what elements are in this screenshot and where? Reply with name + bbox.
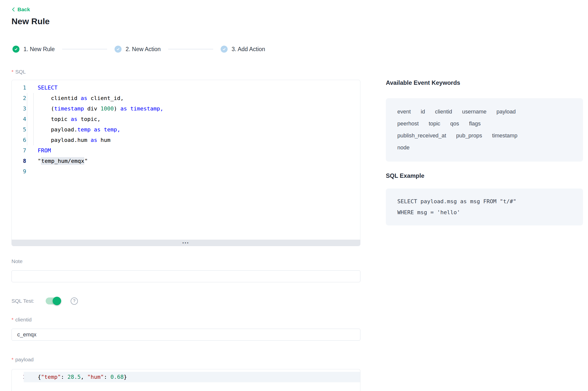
- editor-line: 6 payload.hum as hum: [12, 135, 360, 145]
- code-token: 0.68: [110, 374, 124, 380]
- sql-example-line: SELECT payload.msg as msg FROM "t/#": [397, 196, 572, 207]
- event-keyword: username: [462, 106, 486, 118]
- code-token: 28.5: [67, 374, 81, 380]
- code-token: temp: [77, 126, 91, 133]
- sql-field-label: *SQL: [11, 69, 26, 75]
- keywords-panel-title: Available Event Keywords: [386, 79, 460, 86]
- line-number: 2: [12, 93, 26, 103]
- editor-line: 2 clientid as client_id,: [12, 93, 360, 103]
- code-token: ": [38, 158, 41, 164]
- code-token: timestamp,: [130, 105, 163, 112]
- payload-code-editor[interactable]: 1{"temp": 28.5, "hum": 0.68}: [11, 369, 360, 391]
- code-token: SELECT: [38, 85, 57, 91]
- keyword-row: eventidclientidusernamepayload: [397, 106, 572, 118]
- code-line: topic as topic,: [26, 114, 360, 124]
- code-token: as: [94, 126, 101, 133]
- event-keyword: publish_received_at: [397, 130, 446, 142]
- payload-field-label: *payload: [11, 357, 34, 363]
- indent-guide: [33, 124, 34, 135]
- code-token: 1000: [101, 105, 114, 112]
- sql-test-label: SQL Test:: [11, 298, 34, 304]
- code-token: as: [120, 105, 127, 112]
- step-label: 3. Add Action: [232, 46, 265, 53]
- keywords-box: eventidclientidusernamepayloadpeerhostto…: [386, 98, 583, 162]
- editor-line: 7FROM: [12, 145, 360, 156]
- step-item: 2. New Action: [115, 46, 161, 53]
- indent-guide: [27, 135, 27, 145]
- step-label: 2. New Action: [126, 46, 161, 53]
- code-token: client_id,: [87, 95, 124, 101]
- code-token: timestamp: [54, 105, 84, 112]
- sql-example-box: SELECT payload.msg as msg FROM "t/#"WHER…: [386, 189, 583, 225]
- payload-editor-lines: 1{"temp": 28.5, "hum": 0.68}: [12, 369, 360, 382]
- step-label: 1. New Rule: [23, 46, 55, 53]
- sql-editor-lines: 1SELECT2 clientid as client_id,3 (timest…: [12, 80, 360, 240]
- keyword-row: peerhosttopicqosflags: [397, 118, 572, 130]
- indent-guide: [27, 114, 27, 124]
- toggle-knob: [53, 297, 61, 305]
- line-number: 8: [12, 156, 26, 166]
- line-number: 6: [12, 135, 26, 145]
- code-token: [101, 126, 104, 133]
- line-number: 7: [12, 145, 26, 156]
- sql-code-editor[interactable]: 1SELECT2 clientid as client_id,3 (timest…: [11, 80, 360, 246]
- event-keyword: pub_props: [456, 130, 482, 142]
- help-icon[interactable]: ?: [71, 297, 78, 305]
- code-token: [91, 126, 94, 133]
- code-token: FROM: [38, 147, 51, 154]
- step-check-icon: [12, 46, 19, 53]
- required-asterisk: *: [11, 69, 13, 75]
- code-token: topic: [38, 116, 71, 122]
- editor-resize-handle[interactable]: •••: [12, 240, 360, 246]
- required-asterisk: *: [11, 357, 13, 362]
- event-keyword: flags: [469, 118, 481, 130]
- code-line: clientid as client_id,: [26, 93, 360, 103]
- step-bar: 1. New Rule2. New Action3. Add Action: [12, 45, 265, 53]
- event-keyword: node: [397, 142, 410, 154]
- code-line: FROM: [26, 145, 360, 156]
- indent-guide: [27, 93, 27, 103]
- code-token: "hum": [87, 374, 104, 380]
- step-check-icon: [221, 46, 228, 53]
- code-line: {"temp": 28.5, "hum": 0.68}: [24, 372, 360, 382]
- event-keyword: qos: [450, 118, 459, 130]
- editor-line: 8"temp_hum/emqx": [12, 156, 360, 166]
- code-line: SELECT: [26, 83, 360, 93]
- code-token: {: [38, 374, 41, 380]
- indent-guide: [33, 103, 34, 114]
- sql-test-toggle[interactable]: [46, 297, 61, 304]
- sql-example-line: WHERE msg = 'hello': [397, 207, 572, 218]
- indent-guide: [27, 103, 27, 114]
- event-keyword: peerhost: [397, 118, 419, 130]
- code-token: [127, 105, 130, 112]
- code-line: payload.hum as hum: [26, 135, 360, 145]
- code-token: temp,: [104, 126, 120, 133]
- note-input[interactable]: [11, 270, 360, 282]
- step-check-icon: [115, 46, 122, 53]
- code-token: hum: [97, 137, 110, 143]
- step-connector: [168, 49, 213, 49]
- code-token: ": [84, 158, 88, 164]
- line-number: 9: [12, 166, 26, 177]
- code-token: topic,: [77, 116, 101, 122]
- keyword-row: node: [397, 142, 572, 154]
- code-token: temp_hum/emqx: [41, 157, 84, 165]
- back-button[interactable]: Back: [11, 6, 30, 12]
- event-keyword: payload: [496, 106, 516, 118]
- page-title: New Rule: [11, 16, 50, 26]
- code-token: (: [38, 105, 54, 112]
- indent-guide: [33, 114, 34, 124]
- sql-example-title: SQL Example: [386, 172, 424, 179]
- editor-line: 4 topic as topic,: [12, 114, 360, 124]
- clientid-input[interactable]: [11, 329, 360, 341]
- event-keyword: timestamp: [492, 130, 517, 142]
- required-asterisk: *: [11, 317, 13, 322]
- editor-line: 3 (timestamp div 1000) as timestamp,: [12, 103, 360, 114]
- code-token: clientid: [38, 95, 81, 101]
- back-label: Back: [17, 6, 30, 12]
- code-token: as: [91, 137, 97, 143]
- code-line: "temp_hum/emqx": [26, 156, 360, 166]
- line-number: 5: [12, 124, 26, 135]
- code-token: "temp": [41, 374, 61, 380]
- editor-line: 1SELECT: [12, 83, 360, 93]
